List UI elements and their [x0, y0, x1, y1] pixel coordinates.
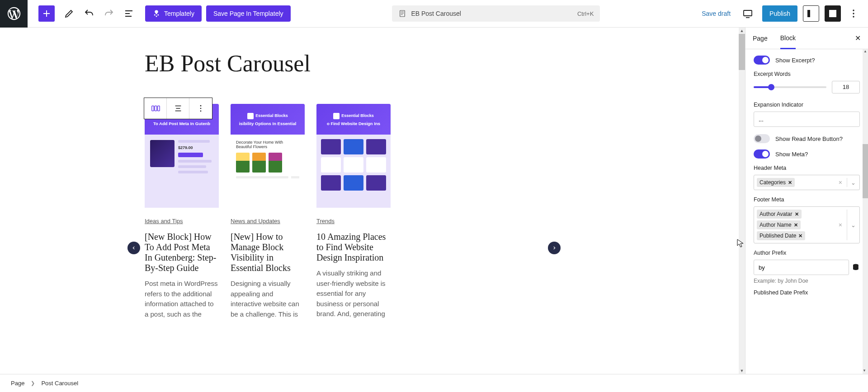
show-excerpt-label: Show Excerpt? — [775, 57, 815, 64]
sidebar-right-toggle[interactable] — [825, 5, 841, 22]
svg-rect-8 — [151, 106, 154, 111]
remove-tag-icon[interactable]: ✕ — [794, 222, 798, 228]
close-sidebar-button[interactable]: ✕ — [855, 34, 861, 42]
block-more-options-button[interactable] — [189, 98, 212, 119]
templately-button[interactable]: Templately — [145, 5, 202, 22]
slide-excerpt: Designing a visually appealing and inter… — [231, 279, 305, 319]
svg-point-5 — [853, 9, 854, 11]
editor-canvas[interactable]: EB Post Carousel Essential Blocks To Add… — [0, 28, 745, 374]
svg-rect-4 — [744, 10, 752, 16]
slide-category-link[interactable]: Ideas and Tips — [145, 218, 183, 224]
excerpt-words-value[interactable]: 18 — [832, 81, 860, 93]
show-meta-label: Show Meta? — [775, 151, 808, 158]
slide-excerpt: Post meta in WordPress refers to the add… — [145, 279, 219, 319]
tab-page[interactable]: Page — [753, 28, 768, 48]
remove-tag-icon[interactable]: ✕ — [795, 211, 799, 217]
wordpress-logo[interactable] — [0, 0, 28, 28]
block-type-icon[interactable] — [144, 98, 167, 119]
mouse-cursor-icon — [737, 239, 744, 248]
slide-title: 10 Amazing Places to Find Website Design… — [316, 232, 391, 263]
header-meta-select[interactable]: Categories✕ × ⌄ — [754, 175, 860, 190]
clear-all-icon[interactable]: × — [836, 179, 845, 186]
add-block-button[interactable] — [38, 5, 55, 22]
meta-tag: Published Date✕ — [757, 231, 805, 240]
author-prefix-input[interactable] — [754, 260, 849, 275]
published-date-prefix-label: Published Date Prefix — [754, 289, 860, 296]
author-prefix-label: Author Prefix — [754, 250, 860, 256]
scrollbar-thumb[interactable] — [739, 34, 745, 70]
tab-block[interactable]: Block — [780, 28, 796, 49]
meta-tag: Author Name✕ — [757, 220, 801, 229]
page-title[interactable]: EB Post Carousel — [145, 50, 600, 77]
remove-tag-icon[interactable]: ✕ — [798, 233, 802, 239]
svg-point-6 — [853, 13, 854, 14]
expansion-indicator-input[interactable] — [754, 112, 860, 127]
breadcrumb: Page ❯ Post Carousel — [0, 374, 868, 392]
remove-tag-icon[interactable]: ✕ — [788, 180, 792, 186]
dynamic-content-icon[interactable] — [852, 263, 860, 272]
slide-title: [New] How to Manage Block Visibility in … — [231, 232, 305, 273]
block-toolbar[interactable] — [144, 98, 212, 119]
svg-rect-9 — [155, 106, 157, 111]
tools-pencil-icon[interactable] — [61, 5, 77, 22]
slide-thumbnail: Essential Blocks o Find Website Design I… — [316, 104, 391, 208]
block-align-button[interactable] — [167, 98, 189, 119]
slide-excerpt: A visually striking and user-friendly we… — [316, 268, 391, 319]
svg-rect-3 — [400, 10, 405, 17]
author-prefix-helper: Example: by John Doe — [754, 278, 860, 284]
slide-thumbnail: Essential Blocks To Add Post Meta In Gut… — [145, 104, 219, 208]
settings-sidebar: Page Block ✕ Show Excerpt? Excerpt Words… — [745, 28, 868, 374]
slide-thumbnail: Essential Blocks isibility Options In Es… — [231, 104, 305, 208]
svg-point-13 — [200, 111, 202, 112]
expansion-indicator-label: Expansion Indicator — [754, 102, 860, 108]
show-meta-toggle[interactable] — [754, 149, 770, 159]
slide-category-link[interactable]: Trends — [316, 218, 335, 224]
scrollbar-thumb[interactable] — [863, 144, 868, 198]
carousel-slide: Essential Blocks o Find Website Design I… — [316, 104, 391, 319]
svg-point-2 — [156, 16, 157, 17]
carousel-slide: Essential Blocks isibility Options In Es… — [231, 104, 305, 319]
chevron-down-icon[interactable]: ⌄ — [851, 179, 856, 186]
meta-tag: Author Avatar✕ — [757, 210, 802, 219]
excerpt-words-label: Excerpt Words — [754, 71, 860, 77]
document-overview-button[interactable] — [121, 5, 137, 22]
svg-point-0 — [154, 14, 156, 16]
excerpt-words-slider[interactable] — [754, 86, 826, 88]
carousel-prev-button[interactable] — [127, 242, 140, 254]
svg-rect-10 — [157, 106, 160, 111]
svg-point-7 — [853, 16, 854, 17]
svg-point-12 — [200, 108, 202, 109]
redo-button[interactable] — [101, 5, 117, 22]
clear-all-icon[interactable]: × — [836, 221, 845, 229]
footer-meta-label: Footer Meta — [754, 196, 860, 203]
svg-point-11 — [200, 105, 202, 107]
sidebar-scrollbar[interactable]: ▲ ▼ — [863, 49, 868, 374]
chevron-down-icon[interactable]: ⌄ — [851, 222, 856, 229]
meta-tag: Categories✕ — [757, 178, 795, 187]
footer-meta-select[interactable]: Author Avatar✕ Author Name✕ Published Da… — [754, 206, 860, 243]
preview-button[interactable] — [740, 5, 756, 22]
chevron-right-icon: ❯ — [31, 380, 35, 386]
carousel-next-button[interactable] — [548, 242, 561, 254]
slide-category-link[interactable]: News and Updates — [231, 218, 280, 224]
options-menu-button[interactable] — [845, 5, 862, 22]
svg-point-1 — [157, 14, 159, 16]
canvas-scrollbar[interactable]: ▲ ▼ — [739, 28, 745, 374]
shortcut-hint: Ctrl+K — [577, 10, 594, 17]
undo-button[interactable] — [81, 5, 97, 22]
breadcrumb-block[interactable]: Post Carousel — [41, 380, 78, 387]
show-read-more-label: Show Read More Button? — [775, 135, 843, 142]
sidebar-left-toggle[interactable] — [803, 5, 819, 22]
templately-label: Templately — [164, 10, 194, 17]
breadcrumb-page[interactable]: Page — [11, 380, 24, 387]
document-title-bar[interactable]: EB Post Carousel Ctrl+K — [392, 5, 600, 22]
save-templately-button[interactable]: Save Page In Templately — [206, 5, 291, 22]
publish-button[interactable]: Publish — [762, 5, 797, 22]
page-icon — [398, 9, 406, 18]
post-carousel-block[interactable]: Essential Blocks To Add Post Meta In Gut… — [145, 104, 600, 319]
show-read-more-toggle[interactable] — [754, 134, 770, 143]
show-excerpt-toggle[interactable] — [754, 56, 770, 65]
save-draft-button[interactable]: Save draft — [697, 7, 735, 20]
document-title: EB Post Carousel — [411, 10, 461, 17]
slide-title: [New Block] How To Add Post Meta In Gute… — [145, 232, 219, 273]
